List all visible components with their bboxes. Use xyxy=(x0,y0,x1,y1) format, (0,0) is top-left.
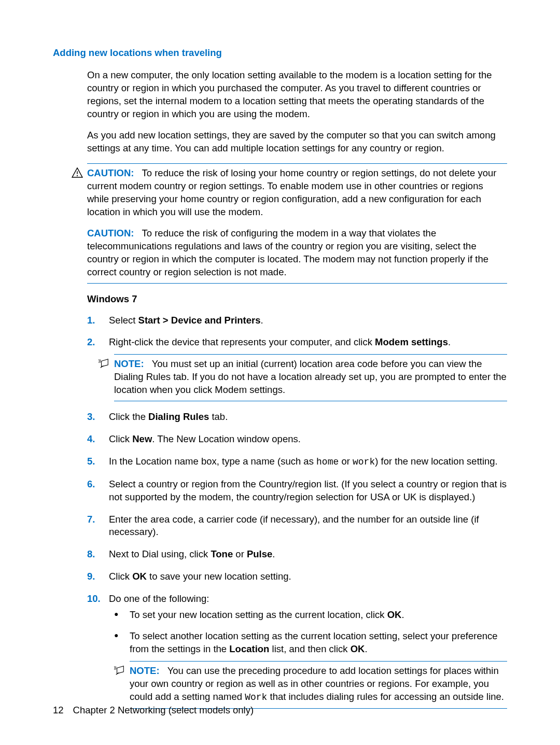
step-item: Enter the area code, a carrier code (if … xyxy=(87,513,507,539)
step-text: Select xyxy=(109,315,138,326)
ui-label: Location xyxy=(229,643,269,654)
bullet-text: . xyxy=(401,609,404,620)
note-body: that includes dialing rules for accessin… xyxy=(267,691,504,702)
step-item: Next to Dial using, click Tone or Pulse. xyxy=(87,548,507,561)
chapter-title: Chapter 2 Networking (select models only… xyxy=(73,705,254,715)
ui-label: Dialing Rules xyxy=(148,411,209,422)
step-text: Enter the area code, a carrier code (if … xyxy=(109,514,479,538)
sub-bullets: To set your new location setting as the … xyxy=(109,609,507,708)
step-text: . xyxy=(272,549,275,559)
step-item: Select a country or region from the Coun… xyxy=(87,478,507,504)
svg-text:)): )) xyxy=(99,359,101,363)
bullet-text: . xyxy=(365,643,367,654)
paragraph: As you add new location settings, they a… xyxy=(87,129,507,155)
ui-label: Modem settings xyxy=(375,336,448,347)
step-text: ) for the new location setting. xyxy=(375,456,498,467)
page-number: 12 xyxy=(53,705,64,715)
bullet-item: To select another location setting as th… xyxy=(109,630,507,708)
note-label: NOTE: xyxy=(114,358,144,369)
bullet-text: To set your new location setting as the … xyxy=(130,609,387,620)
page-footer: 12Chapter 2 Networking (select models on… xyxy=(53,704,254,717)
ui-label: OK xyxy=(387,609,402,620)
step-text: In the Location name box, type a name (s… xyxy=(109,456,316,467)
step-item: Select Start > Device and Printers. xyxy=(87,314,507,327)
caution-label: CAUTION: xyxy=(87,167,134,178)
caution-label: CAUTION: xyxy=(87,228,134,238)
paragraph: On a new computer, the only location set… xyxy=(87,69,507,121)
step-text: Select a country or region from the Coun… xyxy=(109,479,507,502)
step-item: Click New. The New Location window opens… xyxy=(87,433,507,446)
step-text: or xyxy=(339,456,353,467)
note-text: NOTE: You can use the preceding procedur… xyxy=(130,665,507,704)
bullet-text: list, and then click xyxy=(269,643,350,654)
step-item: Click OK to save your new location setti… xyxy=(87,570,507,583)
note-callout: )) NOTE: You must set up an initial (cur… xyxy=(114,354,507,401)
ui-path: Start > Device and Printers xyxy=(138,315,261,326)
step-text: or xyxy=(233,549,247,559)
ui-label: New xyxy=(132,433,152,444)
note-text: NOTE: You must set up an initial (curren… xyxy=(114,358,507,397)
section-heading-h4: Adding new locations when traveling xyxy=(53,47,507,60)
code-text: work xyxy=(353,457,375,467)
step-text: . xyxy=(261,315,263,326)
caution-body: To reduce the risk of losing your home c… xyxy=(87,167,496,217)
caution-text: CAUTION: To reduce the risk of losing yo… xyxy=(87,167,507,219)
note-icon: )) xyxy=(99,358,110,369)
step-text: Right-click the device that represents y… xyxy=(109,336,375,347)
note-label: NOTE: xyxy=(130,665,160,676)
step-text: Do one of the following: xyxy=(109,593,209,604)
os-heading: Windows 7 xyxy=(87,293,507,306)
step-item: Click the Dialing Rules tab. xyxy=(87,411,507,424)
step-item: Do one of the following: To set your new… xyxy=(87,593,507,708)
step-text: Click xyxy=(109,571,132,582)
step-text: Click the xyxy=(109,411,148,422)
caution-text: CAUTION: To reduce the risk of configuri… xyxy=(87,227,507,279)
step-item: Right-click the device that represents y… xyxy=(87,336,507,401)
note-body: You must set up an initial (current) loc… xyxy=(114,358,507,395)
ui-label: Tone xyxy=(211,549,233,559)
step-text: . xyxy=(448,336,451,347)
step-text: to save your new location setting. xyxy=(147,571,291,582)
svg-point-1 xyxy=(77,175,78,176)
svg-text:)): )) xyxy=(114,666,116,670)
ui-label: Pulse xyxy=(247,549,272,559)
bullet-item: To set your new location setting as the … xyxy=(109,609,507,622)
note-callout: )) NOTE: You can use the preceding proce… xyxy=(130,661,507,708)
ui-label: OK xyxy=(132,571,147,582)
code-text: Work xyxy=(245,692,267,702)
step-text: Click xyxy=(109,433,132,444)
code-text: home xyxy=(316,457,339,467)
note-icon: )) xyxy=(114,665,125,676)
step-text: tab. xyxy=(209,411,228,422)
step-item: In the Location name box, type a name (s… xyxy=(87,455,507,468)
steps-list: Select Start > Device and Printers. Righ… xyxy=(87,314,507,709)
caution-icon xyxy=(72,167,83,178)
caution-callout: CAUTION: To reduce the risk of losing yo… xyxy=(87,163,507,284)
ui-label: OK xyxy=(351,643,365,654)
step-text: Next to Dial using, click xyxy=(109,549,211,559)
step-text: . The New Location window opens. xyxy=(152,433,301,444)
caution-body: To reduce the risk of configuring the mo… xyxy=(87,228,488,277)
